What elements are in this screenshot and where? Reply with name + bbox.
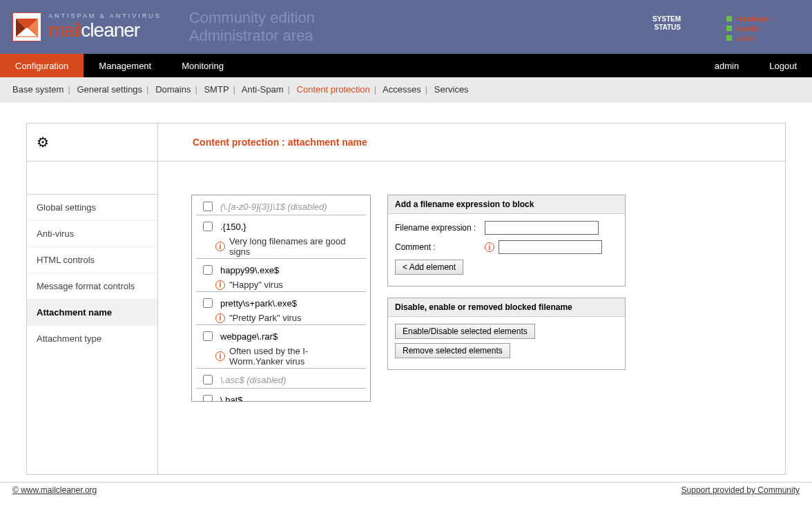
nav-logout[interactable]: Logout <box>754 54 812 77</box>
main-panel: ⚙ Global settings Anti-virus HTML contro… <box>26 123 786 475</box>
gear-icon: ⚙ <box>37 134 49 150</box>
list-item[interactable]: .{150,} iVery long filenames are good si… <box>196 217 366 259</box>
list-item[interactable]: webpage\.rar$ iOften used by the I-Worm.… <box>196 327 366 369</box>
input-comment[interactable] <box>499 240 602 254</box>
app-header: ANTISPAM & ANTIVIRUS mailcleaner Communi… <box>0 0 812 54</box>
input-filename-expression[interactable] <box>485 221 599 235</box>
warning-icon: i <box>485 242 494 252</box>
brand-text: ANTISPAM & ANTIVIRUS mailcleaner <box>48 12 162 41</box>
warning-icon: i <box>215 242 225 251</box>
status-square-icon <box>726 26 732 31</box>
filename-expression-list[interactable]: (\.[a-z0-9]{3})\1$ (disabled) .{150,} iV… <box>191 195 371 402</box>
list-checkbox[interactable] <box>203 298 213 308</box>
subnav-services[interactable]: Services <box>434 84 469 95</box>
nav-configuration[interactable]: Configuration <box>0 54 84 77</box>
warning-icon: i <box>215 313 225 323</box>
side-attachment-type[interactable]: Attachment type <box>27 326 157 351</box>
footer-left-link[interactable]: © www.mailcleaner.org <box>12 485 97 495</box>
status-square-icon <box>726 35 732 41</box>
side-global-settings[interactable]: Global settings <box>27 195 157 221</box>
side-html-controls[interactable]: HTML controls <box>27 247 157 273</box>
brand-name: mailcleaner <box>48 19 162 41</box>
list-checkbox[interactable] <box>203 222 213 231</box>
manage-expression-title: Disable, enable or removed blocked filen… <box>388 298 625 317</box>
add-expression-box: Add a filename expression to block Filen… <box>387 195 626 286</box>
list-item[interactable]: \.asc$ (disabled) <box>196 370 366 389</box>
subnav-base-system[interactable]: Base system <box>12 84 64 95</box>
subnav-domains[interactable]: Domains <box>155 84 191 95</box>
system-status-list: Hardware :healthy Spools :low Load :low <box>726 14 800 43</box>
list-checkbox[interactable] <box>203 331 213 341</box>
logo <box>12 12 41 41</box>
nav-management[interactable]: Management <box>84 54 166 77</box>
subnav-general-settings[interactable]: General settings <box>77 84 142 95</box>
footer-right-link[interactable]: Support provided by Community <box>682 485 800 495</box>
remove-selected-button[interactable]: Remove selected elements <box>395 343 510 358</box>
list-checkbox[interactable] <box>203 202 213 211</box>
content-area: Content protection : attachment name (\.… <box>158 124 785 474</box>
footer: © www.mailcleaner.org Support provided b… <box>0 482 812 498</box>
side-attachment-name[interactable]: Attachment name <box>27 300 157 326</box>
list-item[interactable]: \.bat$ <box>196 390 366 402</box>
warning-icon: i <box>215 280 225 290</box>
subnav-accesses[interactable]: Accesses <box>383 84 421 95</box>
side-settings-icon: ⚙ <box>27 124 157 162</box>
nav-monitoring[interactable]: Monitoring <box>166 54 239 77</box>
subnav-smtp[interactable]: SMTP <box>204 84 229 95</box>
side-menu: ⚙ Global settings Anti-virus HTML contro… <box>27 124 158 474</box>
subnav-anti-spam[interactable]: Anti-Spam <box>242 84 284 95</box>
toggle-enable-button[interactable]: Enable/Disable selected elements <box>395 324 535 339</box>
list-item[interactable]: (\.[a-z0-9]{3})\1$ (disabled) <box>196 197 366 215</box>
nav-user[interactable]: admin <box>699 54 754 77</box>
list-item[interactable]: pretty\s+park\.exe$ i"Pretty Park" virus <box>196 293 366 325</box>
add-element-button[interactable]: < Add element <box>395 260 463 275</box>
sub-nav: Base system| General settings| Domains| … <box>0 77 812 102</box>
side-message-format[interactable]: Message format controls <box>27 273 157 300</box>
label-comment: Comment : <box>395 242 485 252</box>
list-checkbox[interactable] <box>203 375 213 385</box>
side-anti-virus[interactable]: Anti-virus <box>27 221 157 247</box>
list-item[interactable]: happy99\.exe$ i"Happy" virus <box>196 260 366 292</box>
subnav-content-protection[interactable]: Content protection <box>297 84 370 95</box>
page-title: Content protection : attachment name <box>158 124 785 162</box>
add-expression-title: Add a filename expression to block <box>388 195 625 214</box>
manage-expression-box: Disable, enable or removed blocked filen… <box>387 298 626 370</box>
system-status-label: SYSTEM STATUS <box>652 15 681 32</box>
edition-label: Community edition Administrator area <box>189 9 315 45</box>
list-checkbox[interactable] <box>203 265 213 275</box>
label-filename-expression: Filename expression : <box>395 223 485 233</box>
top-nav: Configuration Management Monitoring admi… <box>0 54 812 77</box>
warning-icon: i <box>215 351 225 361</box>
list-checkbox[interactable] <box>203 395 213 402</box>
status-square-icon <box>726 16 732 21</box>
brand-tagline: ANTISPAM & ANTIVIRUS <box>48 12 162 19</box>
